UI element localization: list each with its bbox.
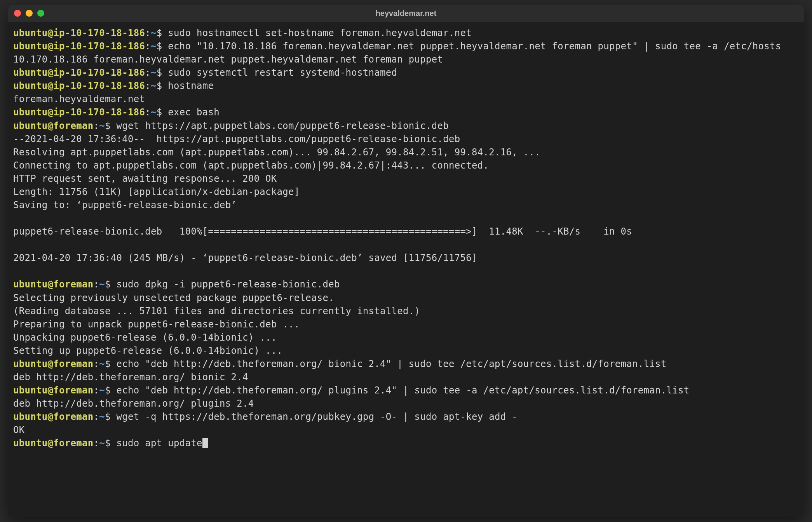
prompt-userhost: ubuntu@foreman — [13, 279, 94, 290]
output-line: Unpacking puppet6-release (6.0.0-14bioni… — [13, 331, 799, 344]
output-line: OK — [13, 423, 799, 437]
prompt-userhost: ubuntu@ip-10-170-18-186 — [13, 80, 145, 91]
output-line: --2021-04-20 17:36:40-- https://apt.pupp… — [13, 132, 799, 146]
output-line: Resolving apt.puppetlabs.com (apt.puppet… — [13, 146, 799, 159]
command: sudo dpkg -i puppet6-release-bionic.deb — [117, 279, 340, 290]
prompt-path: ~ — [99, 358, 105, 369]
prompt-path: ~ — [99, 120, 105, 131]
command: sudo hostnamectl set-hostname foreman.he… — [168, 28, 472, 38]
prompt-path: ~ — [99, 279, 105, 290]
prompt-userhost: ubuntu@ip-10-170-18-186 — [13, 41, 145, 52]
command: wget -q https://deb.theforeman.org/pubke… — [117, 411, 518, 422]
window-title: heyvaldemar.net — [376, 9, 437, 18]
output-line: Saving to: ‘puppet6-release-bionic.deb’ — [13, 198, 799, 212]
command: sudo systemctl restart systemd-hostnamed — [168, 67, 397, 78]
prompt-userhost: ubuntu@foreman — [13, 385, 94, 396]
prompt-path: ~ — [99, 411, 105, 422]
command: echo "deb http://deb.theforeman.org/ bio… — [117, 358, 667, 369]
minimize-button[interactable] — [26, 10, 33, 17]
prompt-path: ~ — [151, 80, 157, 91]
output-line: HTTP request sent, awaiting response... … — [13, 172, 799, 185]
prompt-userhost: ubuntu@ip-10-170-18-186 — [13, 67, 145, 78]
output-line: puppet6-release-bionic.deb 100%[========… — [13, 225, 799, 238]
output-line: deb http://deb.theforeman.org/ bionic 2.… — [13, 371, 799, 384]
command: sudo apt update — [117, 438, 202, 449]
output-line: Connecting to apt.puppetlabs.com (apt.pu… — [13, 159, 799, 172]
output-line: Selecting previously unselected package … — [13, 291, 799, 304]
output-line — [13, 212, 799, 225]
command: echo "deb http://deb.theforeman.org/ plu… — [117, 385, 690, 396]
terminal-output[interactable]: ubuntu@ip-10-170-18-186:~$ sudo hostname… — [8, 22, 804, 517]
prompt-userhost: ubuntu@ip-10-170-18-186 — [13, 107, 145, 118]
prompt-path: ~ — [99, 438, 105, 449]
prompt-userhost: ubuntu@foreman — [13, 438, 94, 449]
output-line: deb http://deb.theforeman.org/ plugins 2… — [13, 397, 799, 410]
prompt-path: ~ — [151, 28, 157, 38]
output-line — [13, 238, 799, 251]
prompt-path: ~ — [151, 107, 157, 118]
prompt-path: ~ — [151, 67, 157, 78]
prompt-path: ~ — [151, 41, 157, 52]
output-line: Preparing to unpack puppet6-release-bion… — [13, 318, 799, 331]
prompt-userhost: ubuntu@foreman — [13, 411, 94, 422]
output-line: Setting up puppet6-release (6.0.0-14bion… — [13, 344, 799, 357]
titlebar: heyvaldemar.net — [8, 5, 804, 22]
command: wget https://apt.puppetlabs.com/puppet6-… — [117, 120, 449, 131]
command: hostname — [168, 80, 214, 91]
cursor — [202, 438, 208, 448]
prompt-path: ~ — [99, 385, 105, 396]
close-button[interactable] — [14, 10, 21, 17]
output-line: Length: 11756 (11K) [application/x-debia… — [13, 185, 799, 198]
output-line: (Reading database ... 57101 files and di… — [13, 304, 799, 318]
output-line: 2021-04-20 17:36:40 (245 MB/s) - ‘puppet… — [13, 251, 799, 264]
traffic-lights — [14, 10, 44, 17]
output-line: foreman.heyvaldemar.net — [13, 92, 799, 106]
maximize-button[interactable] — [37, 10, 44, 17]
command: exec bash — [168, 107, 220, 118]
prompt-userhost: ubuntu@ip-10-170-18-186 — [13, 28, 145, 38]
output-line: 10.170.18.186 foreman.heyvaldemar.net pu… — [13, 53, 799, 66]
prompt-userhost: ubuntu@foreman — [13, 120, 94, 131]
terminal-window: heyvaldemar.net ubuntu@ip-10-170-18-186:… — [8, 5, 804, 517]
prompt-userhost: ubuntu@foreman — [13, 358, 94, 369]
command: echo "10.170.18.186 foreman.heyvaldemar.… — [168, 41, 781, 52]
output-line — [13, 264, 799, 278]
